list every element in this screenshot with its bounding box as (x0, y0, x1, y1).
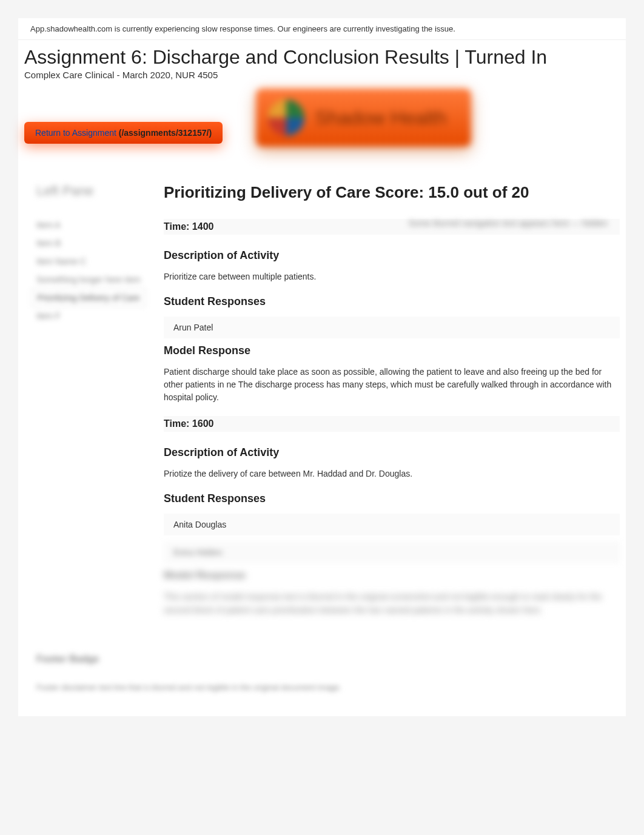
model-response-text-blurred: This section of model response text is b… (164, 590, 620, 617)
sidebar: Left Pane Item A Item B Item Name C Some… (24, 183, 146, 629)
student-responses-heading: Student Responses (164, 295, 620, 308)
return-link-text: Return to Assignment (35, 128, 116, 138)
logo-area: Shadow Health (256, 89, 471, 147)
footer: Footer Badge Footer disclaimer text line… (18, 642, 626, 716)
description-heading: Description of Activity (164, 446, 620, 459)
sidebar-item-active[interactable]: Prioritizing Delivery of Care (32, 289, 146, 307)
content-area: Left Pane Item A Item B Item Name C Some… (18, 165, 626, 642)
student-response-item: Arun Patel (164, 317, 620, 338)
alert-text: App.shadowhealth.com is currently experi… (30, 24, 455, 33)
sidebar-item[interactable]: Item Name C (36, 252, 146, 270)
sidebar-item[interactable]: Something longer here item (36, 270, 146, 289)
description-text: Priotize the delivery of care between Mr… (164, 468, 620, 480)
time-label: Time: 1600 (164, 416, 620, 432)
alert-banner: App.shadowhealth.com is currently experi… (18, 18, 626, 40)
model-response-heading-blurred: Model Response (164, 569, 620, 582)
page-title: Assignment 6: Discharge and Conclusion R… (24, 46, 620, 69)
return-to-assignment-button[interactable]: Return to Assignment (/assignments/31215… (24, 122, 223, 144)
description-text: Prioritize care between multiple patient… (164, 270, 620, 283)
course-info: Complex Care Clinical - March 2020, NUR … (24, 70, 620, 80)
model-response-blurred: Model Response This section of model res… (164, 569, 620, 617)
student-response-item: Anita Douglas (164, 514, 620, 535)
logo-text: Shadow Health (315, 107, 447, 129)
sidebar-item[interactable]: Item F (36, 307, 146, 325)
student-responses-heading: Student Responses (164, 492, 620, 505)
logo-box: Shadow Health (256, 89, 471, 147)
student-response-item-blurred: Extra Hidden (164, 542, 620, 563)
sidebar-item[interactable]: Item B (36, 234, 146, 252)
model-response-heading: Model Response (164, 344, 620, 357)
description-heading: Description of Activity (164, 249, 620, 262)
sidebar-item[interactable]: Item A (36, 216, 146, 234)
return-path-text: (/assignments/312157/) (116, 128, 212, 138)
top-right-nav-blurred: Some blurred navigation text appears her… (409, 218, 608, 228)
sidebar-title: Left Pane (36, 183, 146, 199)
footer-badge: Footer Badge (36, 654, 608, 665)
page-container: App.shadowhealth.com is currently experi… (18, 18, 626, 716)
logo-icon (268, 99, 304, 136)
footer-text: Footer disclaimer text line that is blur… (36, 683, 608, 692)
header-section: Assignment 6: Discharge and Conclusion R… (18, 40, 626, 165)
model-response-text: Patient discharge should take place as s… (164, 366, 620, 404)
score-title: Prioritizing Delivery of Care Score: 15.… (164, 183, 620, 202)
main-content: Prioritizing Delivery of Care Score: 15.… (146, 183, 620, 629)
